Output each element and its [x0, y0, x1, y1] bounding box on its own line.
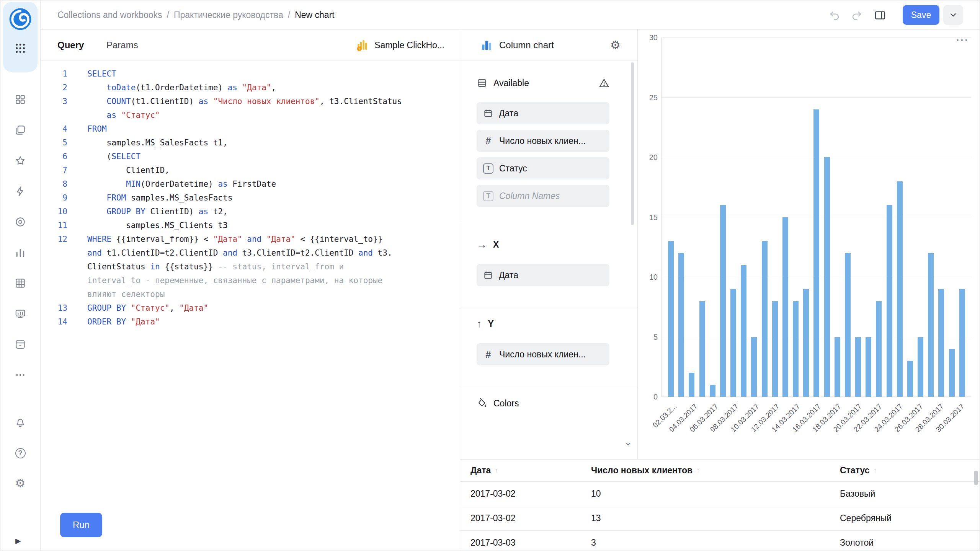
connections-icon[interactable] — [11, 182, 29, 201]
sort-icon: ↑ — [874, 467, 877, 474]
section-colors: Colors — [477, 392, 519, 414]
column-header-new-clients[interactable]: Число новых клиентов ↑ — [591, 465, 840, 476]
x-axis-arrow-icon: → — [477, 239, 487, 251]
divider — [460, 387, 637, 387]
y-tick-label: 25 — [649, 93, 658, 102]
favorites-icon[interactable] — [11, 152, 29, 170]
preview-table-header: Дата ↑ Число новых клиентов ↑ Статус ↑ — [460, 460, 980, 482]
sql-editor[interactable]: 1SELECT2 toDate(t1.OrderDatetime) as "Да… — [41, 61, 459, 505]
save-menu-button[interactable] — [943, 5, 963, 25]
config-header: Column chart ⚙ — [460, 30, 637, 60]
charts-icon[interactable] — [11, 243, 29, 262]
breadcrumb-collections[interactable]: Collections and workbooks — [57, 10, 162, 20]
calendar-icon — [483, 270, 493, 280]
preview-table-body: 2017-03-0210Базовый2017-03-0213Серебряны… — [460, 482, 980, 551]
clickhouse-icon — [355, 38, 369, 52]
storage-box-icon[interactable] — [11, 335, 29, 354]
datasets-icon[interactable] — [11, 213, 29, 231]
bar — [751, 337, 757, 397]
number-icon: # — [483, 135, 493, 147]
fields-source-icon — [477, 78, 487, 88]
undo-icon[interactable] — [828, 9, 841, 21]
bar — [897, 181, 903, 397]
colors-title: Colors — [493, 398, 519, 409]
field-chip[interactable]: Дата — [477, 264, 609, 286]
field-chip[interactable]: #Число новых клиен... — [477, 343, 609, 365]
section-x: → X — [477, 233, 499, 256]
code-lines: 1SELECT2 toDate(t1.OrderDatetime) as "Да… — [41, 67, 459, 329]
workbooks-icon[interactable] — [11, 121, 29, 139]
bar — [720, 205, 726, 397]
field-chip[interactable]: TColumn Names — [477, 185, 609, 207]
divider — [460, 222, 637, 222]
section-y: ↑ Y — [477, 313, 494, 335]
bar — [928, 253, 934, 397]
tab-query[interactable]: Query — [57, 30, 84, 60]
field-label: Дата — [499, 270, 518, 280]
collapse-sidebar-icon[interactable]: ▶ — [15, 536, 21, 545]
bar — [845, 253, 851, 397]
section-available: Available — [477, 72, 529, 94]
bar — [876, 301, 882, 397]
window-scrollbar[interactable] — [974, 471, 978, 485]
field-chip[interactable]: Дата — [477, 102, 609, 124]
y-tick-label: 10 — [649, 273, 658, 282]
chart-settings-gear-icon[interactable]: ⚙ — [610, 38, 621, 52]
apps-grid-icon[interactable] — [15, 42, 26, 54]
y-tick-label: 30 — [649, 33, 658, 42]
field-label: Число новых клиен... — [499, 136, 586, 146]
table-cell: Золотой — [840, 538, 980, 548]
dashboards-icon[interactable] — [11, 90, 29, 109]
run-button[interactable]: Run — [60, 513, 102, 537]
breadcrumb-workbook[interactable]: Практические руководства — [174, 10, 283, 20]
logo-block — [3, 2, 38, 72]
preview-table: Дата ↑ Число новых клиентов ↑ Статус ↑ 2… — [460, 459, 980, 551]
help-icon[interactable]: ? — [11, 444, 29, 462]
page-title: New chart — [295, 10, 335, 20]
more-services-icon[interactable] — [11, 366, 29, 384]
tab-params[interactable]: Params — [106, 30, 138, 60]
y-tick-label: 0 — [653, 393, 658, 401]
chevron-down-icon — [948, 10, 958, 20]
field-label: Column Names — [499, 191, 560, 201]
y-tick-label: 15 — [649, 213, 658, 222]
breadcrumb-separator: / — [167, 10, 169, 20]
field-chip[interactable]: TСтатус — [477, 157, 609, 179]
table-cell: 3 — [591, 538, 840, 548]
warning-icon[interactable] — [598, 77, 610, 89]
config-scrollbar[interactable] — [631, 62, 634, 225]
settings-gear-icon[interactable]: ⚙ — [11, 474, 29, 492]
save-button[interactable]: Save — [903, 5, 939, 25]
y-tick-label: 5 — [653, 333, 658, 341]
tables-icon[interactable] — [11, 274, 29, 292]
y-section-title: Y — [488, 319, 494, 329]
layout-panels-icon[interactable] — [874, 9, 886, 21]
field-chip[interactable]: #Число новых клиен... — [477, 130, 609, 152]
redo-icon[interactable] — [851, 9, 863, 21]
text-field-icon: T — [483, 191, 493, 201]
bar — [949, 349, 955, 397]
table-row: 2017-03-033Золотой — [460, 531, 980, 551]
connection-selector[interactable]: Sample ClickHo... — [355, 30, 444, 60]
bar — [938, 289, 944, 397]
chart-type-selector[interactable]: Column chart — [480, 30, 554, 60]
column-header-status[interactable]: Статус ↑ — [840, 465, 980, 476]
bar — [678, 253, 684, 397]
bar — [918, 337, 923, 397]
chart-type-label: Column chart — [499, 40, 554, 51]
datalens-logo-icon[interactable] — [8, 7, 32, 31]
breadcrumb-separator: / — [288, 10, 290, 20]
table-cell: 2017-03-02 — [470, 513, 591, 523]
column-header-date[interactable]: Дата ↑ — [470, 465, 591, 476]
table-cell: Базовый — [840, 489, 980, 499]
table-row: 2017-03-0210Базовый — [460, 482, 980, 506]
bars — [668, 37, 965, 397]
monitor-icon[interactable] — [11, 305, 29, 323]
sidebar: ? ⚙ ▶ — [0, 0, 41, 551]
bar — [813, 109, 819, 397]
chart-config-panel: Column chart ⚙ Available Дата#Число новы… — [460, 30, 638, 459]
bar — [793, 301, 799, 397]
x-fields: Дата — [477, 264, 609, 292]
y-axis-arrow-icon: ↑ — [477, 318, 482, 330]
notifications-bell-icon[interactable] — [11, 413, 29, 432]
